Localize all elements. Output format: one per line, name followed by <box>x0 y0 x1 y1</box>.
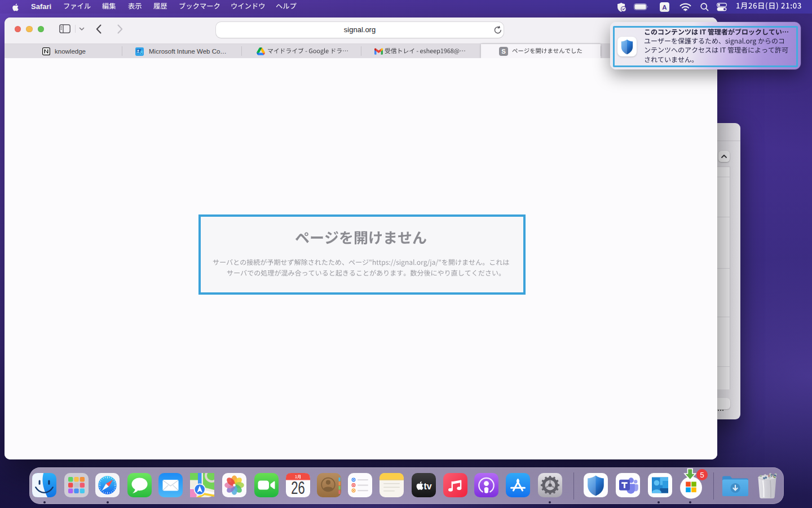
svg-text:A: A <box>662 3 667 10</box>
svg-text:5: 5 <box>700 471 704 479</box>
svg-text:tv: tv <box>424 481 432 491</box>
svg-text:26: 26 <box>291 478 304 497</box>
